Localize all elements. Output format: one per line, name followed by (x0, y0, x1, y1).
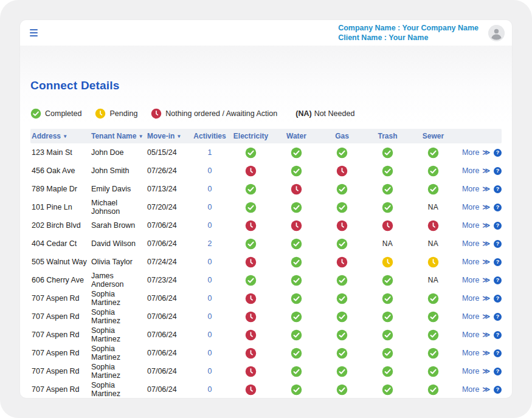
cell-actions: More ≫ ? (456, 203, 502, 211)
status-cell-sewer (410, 256, 456, 268)
check-circle-icon (427, 348, 439, 359)
help-icon[interactable]: ? (494, 149, 502, 157)
help-icon[interactable]: ? (494, 185, 502, 193)
status-cell-electricity (228, 293, 274, 304)
check-circle-icon (336, 366, 348, 377)
status-cell-water (274, 238, 319, 250)
cell-activities[interactable]: 2 (192, 239, 228, 248)
more-link[interactable]: More ≫ (462, 276, 490, 284)
status-cell-gas (319, 202, 365, 213)
cell-activities[interactable]: 0 (192, 349, 228, 357)
more-label: More (462, 221, 479, 230)
help-icon[interactable]: ? (494, 331, 502, 339)
column-header-move-in[interactable]: Move-in ▾ (146, 132, 192, 140)
help-icon[interactable]: ? (494, 222, 502, 230)
status-cell-electricity (228, 348, 274, 359)
more-link[interactable]: More ≫ (462, 166, 490, 175)
more-link[interactable]: More ≫ (462, 312, 490, 321)
help-icon[interactable]: ? (494, 258, 502, 266)
cell-activities[interactable]: 0 (192, 294, 228, 303)
cell-activities[interactable]: 0 (192, 385, 228, 394)
more-link[interactable]: More ≫ (462, 258, 490, 266)
check-circle-icon (382, 348, 393, 359)
help-icon[interactable]: ? (494, 349, 502, 357)
status-cell-trash (365, 366, 410, 377)
cell-tenant-name: Sophia Martinez (90, 344, 146, 361)
cell-activities[interactable]: 0 (192, 312, 228, 321)
cell-activities[interactable]: 0 (192, 166, 228, 175)
cell-tenant-name: Emily Davis (90, 185, 146, 193)
status-cell-sewer (410, 220, 456, 231)
avatar-icon[interactable] (488, 25, 505, 41)
help-icon[interactable]: ? (494, 386, 502, 394)
more-link[interactable]: More ≫ (462, 349, 490, 357)
cell-activities[interactable]: 0 (192, 331, 228, 339)
more-link[interactable]: More ≫ (462, 294, 490, 303)
help-icon[interactable]: ? (494, 276, 502, 284)
more-link[interactable]: More ≫ (462, 367, 490, 375)
menu-icon[interactable] (28, 27, 40, 39)
legend-item-na: (NA) Not Needed (295, 109, 354, 118)
cell-address: 707 Aspen Rd (30, 367, 90, 375)
clock-icon (291, 183, 302, 195)
more-link[interactable]: More ≫ (462, 239, 490, 248)
status-cell-water (274, 293, 319, 304)
status-cell-trash (365, 293, 410, 304)
cell-move-in: 07/06/24 (146, 367, 192, 375)
status-cell-electricity (228, 220, 274, 231)
more-link[interactable]: More ≫ (462, 221, 490, 230)
cell-activities[interactable]: 0 (192, 367, 228, 375)
check-circle-icon (427, 147, 439, 159)
cell-actions: More ≫ ? (456, 166, 502, 175)
cell-activities[interactable]: 0 (192, 185, 228, 193)
cell-activities[interactable]: 0 (192, 221, 228, 230)
table-row: 707 Aspen Rd Sophia Martinez 07/06/24 0 … (30, 307, 502, 326)
main-content: Connect Details Completed Pending Nothin… (30, 46, 502, 399)
status-cell-trash (365, 311, 410, 323)
cell-tenant-name: Sophia Martinez (90, 326, 146, 343)
column-header-address[interactable]: Address ▾ (30, 132, 90, 140)
more-link[interactable]: More ≫ (462, 331, 490, 339)
check-circle-icon (291, 147, 302, 159)
cell-address: 123 Main St (30, 148, 90, 157)
column-header-electricity: Electricity (228, 132, 274, 140)
cell-activities[interactable]: 0 (192, 276, 228, 284)
more-link[interactable]: More ≫ (462, 185, 490, 193)
cell-address: 101 Pine Ln (30, 203, 90, 211)
cell-tenant-name: Sophia Martinez (90, 290, 146, 307)
help-icon[interactable]: ? (494, 204, 502, 211)
status-cell-sewer (410, 311, 456, 323)
status-na-text: NA (428, 276, 438, 284)
company-name: Company Name : Your Company Name (338, 23, 478, 33)
double-chevron-icon: ≫ (482, 166, 490, 175)
status-cell-electricity (228, 165, 274, 177)
more-link[interactable]: More ≫ (462, 148, 490, 157)
app-frame: Company Name : Your Company Name Client … (0, 0, 532, 418)
status-cell-sewer (410, 329, 456, 341)
cell-move-in: 07/06/24 (146, 221, 192, 230)
help-icon[interactable]: ? (494, 295, 502, 303)
more-label: More (462, 258, 479, 266)
cell-activities[interactable]: 0 (192, 258, 228, 266)
help-icon[interactable]: ? (494, 240, 502, 248)
status-cell-trash (365, 220, 410, 231)
status-cell-water (274, 384, 319, 396)
help-icon[interactable]: ? (494, 368, 502, 375)
status-cell-trash (365, 384, 410, 396)
clock-icon (245, 311, 257, 323)
help-icon[interactable]: ? (494, 313, 502, 321)
check-circle-icon (382, 384, 393, 396)
clock-icon (245, 256, 257, 268)
column-header-tenant-name[interactable]: Tenant Name ▾ (90, 132, 146, 140)
status-cell-sewer: NA (410, 239, 456, 248)
cell-actions: More ≫ ? (456, 349, 502, 357)
more-link[interactable]: More ≫ (462, 385, 490, 394)
cell-activities[interactable]: 0 (192, 203, 228, 211)
column-label: Water (286, 132, 306, 140)
clock-icon (427, 220, 439, 231)
more-link[interactable]: More ≫ (462, 203, 490, 211)
help-icon[interactable]: ? (494, 167, 502, 175)
cell-activities[interactable]: 1 (192, 148, 228, 157)
account-info: Company Name : Your Company Name Client … (338, 23, 478, 43)
check-circle-icon (30, 108, 41, 119)
